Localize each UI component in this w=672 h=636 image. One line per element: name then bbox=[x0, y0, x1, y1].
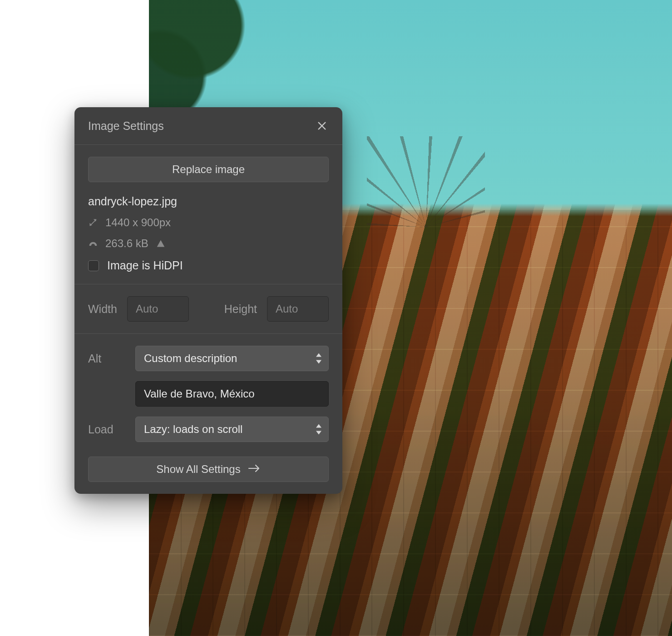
dimensions-value: 1440 x 900px bbox=[105, 216, 171, 229]
replace-image-label: Replace image bbox=[172, 163, 245, 176]
height-input[interactable] bbox=[267, 296, 329, 322]
panel-header: Image Settings bbox=[74, 107, 342, 145]
close-button[interactable] bbox=[315, 119, 329, 133]
panel-title: Image Settings bbox=[88, 119, 164, 133]
width-input[interactable] bbox=[127, 296, 189, 322]
height-label: Height bbox=[224, 303, 257, 316]
alt-value-row bbox=[88, 381, 329, 407]
filesize-row: 263.6 kB bbox=[88, 237, 329, 250]
width-group: Width bbox=[88, 296, 208, 322]
filesize-value: 263.6 kB bbox=[105, 237, 148, 250]
close-icon bbox=[317, 121, 327, 131]
width-label: Width bbox=[88, 303, 117, 316]
arrow-right-icon bbox=[248, 463, 261, 476]
show-all-settings-button[interactable]: Show All Settings bbox=[88, 457, 329, 482]
load-mode-select[interactable]: Lazy: loads on scroll bbox=[135, 417, 329, 442]
load-mode-value: Lazy: loads on scroll bbox=[144, 423, 242, 436]
hidpi-row: Image is HiDPI bbox=[88, 259, 329, 272]
filename-text: andryck-lopez.jpg bbox=[88, 195, 329, 208]
alt-text-input[interactable] bbox=[135, 381, 329, 407]
alt-mode-row: Alt Custom description bbox=[88, 346, 329, 371]
alt-mode-select[interactable]: Custom description bbox=[135, 346, 329, 371]
warning-icon bbox=[156, 238, 166, 248]
alt-label: Alt bbox=[88, 352, 135, 365]
replace-image-button[interactable]: Replace image bbox=[88, 157, 329, 182]
load-row: Load Lazy: loads on scroll bbox=[88, 417, 329, 442]
load-label: Load bbox=[88, 423, 135, 436]
show-all-settings-label: Show All Settings bbox=[156, 463, 240, 476]
image-info-section: Replace image andryck-lopez.jpg 1440 x 9… bbox=[74, 145, 342, 284]
alt-mode-value: Custom description bbox=[144, 352, 237, 365]
alt-load-section: Alt Custom description Load bbox=[74, 334, 342, 494]
filesize-icon bbox=[88, 238, 98, 248]
dimensions-row: 1440 x 900px bbox=[88, 216, 329, 229]
height-group: Height bbox=[208, 296, 329, 322]
dimensions-icon bbox=[88, 218, 98, 228]
hidpi-checkbox[interactable] bbox=[88, 260, 99, 271]
hidpi-label: Image is HiDPI bbox=[107, 259, 183, 272]
select-chevron-icon bbox=[316, 424, 322, 435]
dimensions-section: Width Height bbox=[74, 284, 342, 334]
image-settings-panel: Image Settings Replace image andryck-lop… bbox=[74, 107, 342, 494]
select-chevron-icon bbox=[316, 353, 322, 364]
